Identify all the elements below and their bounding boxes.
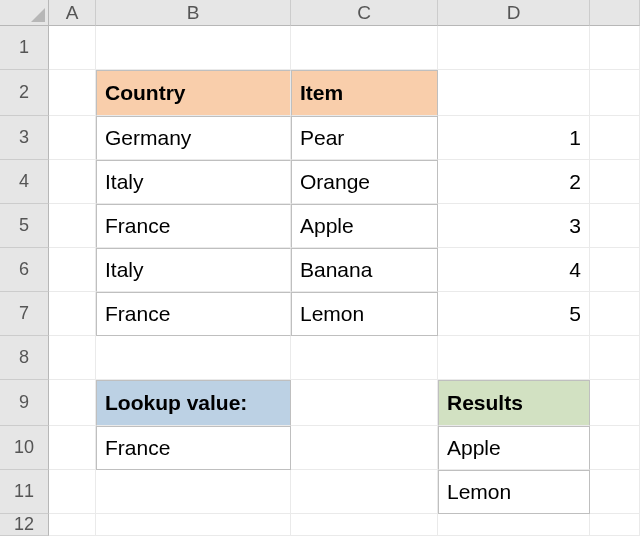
cell-item[interactable]: Pear: [291, 116, 438, 160]
empty-cell[interactable]: [49, 160, 96, 204]
empty-cell[interactable]: [49, 380, 96, 426]
row-header[interactable]: 1: [0, 26, 49, 70]
empty-cell[interactable]: [96, 514, 291, 536]
lookup-label[interactable]: Lookup value:: [96, 380, 291, 426]
cell-country[interactable]: France: [96, 292, 291, 336]
cell-number[interactable]: 1: [438, 116, 590, 160]
row-header[interactable]: 2: [0, 70, 49, 116]
empty-cell[interactable]: [438, 70, 590, 116]
cell-country[interactable]: Italy: [96, 160, 291, 204]
row-header[interactable]: 11: [0, 470, 49, 514]
column-header[interactable]: [590, 0, 640, 26]
empty-cell[interactable]: [49, 26, 96, 70]
cell-number[interactable]: 5: [438, 292, 590, 336]
empty-cell[interactable]: [96, 26, 291, 70]
empty-cell[interactable]: [291, 426, 438, 470]
empty-cell[interactable]: [590, 380, 640, 426]
cell-item[interactable]: Orange: [291, 160, 438, 204]
empty-cell[interactable]: [590, 426, 640, 470]
spreadsheet[interactable]: ABCD 123456789101112 Country Item German…: [0, 0, 641, 537]
empty-cell[interactable]: [49, 426, 96, 470]
row-header[interactable]: 7: [0, 292, 49, 336]
column-headers: ABCD: [49, 0, 640, 26]
empty-cell[interactable]: [49, 116, 96, 160]
empty-cell[interactable]: [291, 514, 438, 536]
cell-country[interactable]: Germany: [96, 116, 291, 160]
table-header-country[interactable]: Country: [96, 70, 291, 116]
lookup-value[interactable]: France: [96, 426, 291, 470]
empty-cell[interactable]: [96, 336, 291, 380]
empty-cell[interactable]: [590, 248, 640, 292]
result-cell[interactable]: Lemon: [438, 470, 590, 514]
cell-number[interactable]: 3: [438, 204, 590, 248]
empty-cell[interactable]: [49, 336, 96, 380]
table-header-item[interactable]: Item: [291, 70, 438, 116]
empty-cell[interactable]: [49, 204, 96, 248]
empty-cell[interactable]: [291, 26, 438, 70]
column-header[interactable]: D: [438, 0, 590, 26]
column-header[interactable]: C: [291, 0, 438, 26]
empty-cell[interactable]: [49, 70, 96, 116]
cell-number[interactable]: 2: [438, 160, 590, 204]
column-header[interactable]: B: [96, 0, 291, 26]
row-header[interactable]: 3: [0, 116, 49, 160]
empty-cell[interactable]: [49, 248, 96, 292]
empty-cell[interactable]: [96, 470, 291, 514]
row-header[interactable]: 5: [0, 204, 49, 248]
empty-cell[interactable]: [590, 336, 640, 380]
column-header[interactable]: A: [49, 0, 96, 26]
empty-cell[interactable]: [590, 26, 640, 70]
row-header[interactable]: 12: [0, 514, 49, 536]
empty-cell[interactable]: [438, 26, 590, 70]
row-header[interactable]: 4: [0, 160, 49, 204]
row-headers: 123456789101112: [0, 26, 49, 536]
empty-cell[interactable]: [49, 514, 96, 536]
empty-cell[interactable]: [49, 470, 96, 514]
empty-cell[interactable]: [590, 204, 640, 248]
empty-cell[interactable]: [438, 514, 590, 536]
cell-country[interactable]: Italy: [96, 248, 291, 292]
cell-country[interactable]: France: [96, 204, 291, 248]
cell-item[interactable]: Banana: [291, 248, 438, 292]
empty-cell[interactable]: [590, 116, 640, 160]
empty-cell[interactable]: [590, 514, 640, 536]
empty-cell[interactable]: [438, 336, 590, 380]
result-cell[interactable]: Apple: [438, 426, 590, 470]
row-header[interactable]: 9: [0, 380, 49, 426]
row-header[interactable]: 10: [0, 426, 49, 470]
empty-cell[interactable]: [291, 380, 438, 426]
empty-cell[interactable]: [291, 470, 438, 514]
select-all-corner[interactable]: [0, 0, 49, 26]
empty-cell[interactable]: [590, 70, 640, 116]
select-all-triangle-icon: [31, 8, 45, 22]
cell-item[interactable]: Apple: [291, 204, 438, 248]
results-header[interactable]: Results: [438, 380, 590, 426]
svg-marker-0: [31, 8, 45, 22]
empty-cell[interactable]: [49, 292, 96, 336]
row-header[interactable]: 6: [0, 248, 49, 292]
cell-item[interactable]: Lemon: [291, 292, 438, 336]
empty-cell[interactable]: [590, 470, 640, 514]
cell-number[interactable]: 4: [438, 248, 590, 292]
empty-cell[interactable]: [590, 292, 640, 336]
empty-cell[interactable]: [590, 160, 640, 204]
row-header[interactable]: 8: [0, 336, 49, 380]
empty-cell[interactable]: [291, 336, 438, 380]
